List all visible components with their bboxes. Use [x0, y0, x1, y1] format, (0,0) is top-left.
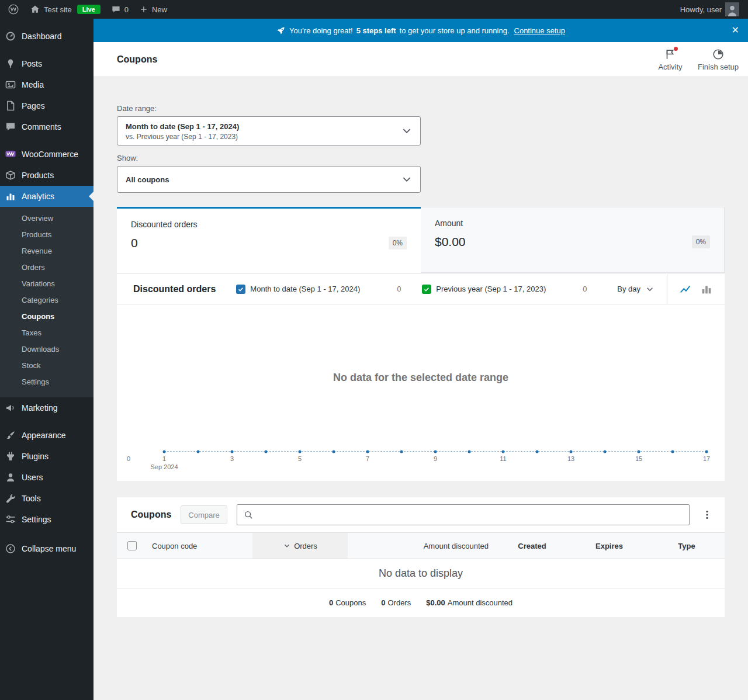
- column-header-coupon-code[interactable]: Coupon code: [147, 533, 252, 559]
- banner-message: You’re doing great!: [289, 26, 353, 35]
- brush-icon: [5, 429, 16, 441]
- sidebar-item-label: WooCommerce: [22, 149, 78, 160]
- submenu-item-stock[interactable]: Stock: [0, 358, 94, 374]
- flag-icon: [664, 48, 677, 61]
- chart-point: [434, 451, 437, 453]
- pushpin-icon: [5, 58, 16, 70]
- x-axis-tick-label: 1: [162, 455, 166, 462]
- legend-item-current-period[interactable]: Month to date (Sep 1 - 17, 2024) 0: [236, 285, 409, 294]
- compare-button[interactable]: Compare: [181, 505, 227, 524]
- sidebar-item-label: Products: [22, 170, 54, 181]
- chart-point: [333, 451, 335, 453]
- submenu-item-settings[interactable]: Settings: [0, 374, 94, 390]
- tile-delta-badge: 0%: [389, 237, 407, 249]
- sidebar-item-collapse-menu[interactable]: Collapse menu: [0, 538, 94, 559]
- chart-point: [570, 451, 573, 453]
- x-axis-tick-label: 7: [366, 455, 369, 462]
- chart-point: [705, 451, 708, 453]
- search-box[interactable]: [237, 504, 690, 525]
- submenu-item-coupons[interactable]: Coupons: [0, 309, 94, 325]
- column-header-type[interactable]: Type: [649, 533, 725, 559]
- submenu-item-revenue[interactable]: Revenue: [0, 243, 94, 259]
- sidebar-item-settings[interactable]: Settings: [0, 509, 94, 530]
- checkbox-checked-blue[interactable]: [236, 285, 245, 294]
- user-icon: [5, 472, 16, 483]
- sidebar-item-marketing[interactable]: Marketing: [0, 397, 94, 418]
- comments-shortcut[interactable]: 0: [106, 0, 134, 19]
- checkbox-checked-green[interactable]: [422, 285, 431, 294]
- legend-label: Previous year (Sep 1 - 17, 2023): [436, 285, 546, 293]
- close-icon[interactable]: ✕: [732, 26, 739, 35]
- column-header-expires[interactable]: Expires: [570, 533, 649, 559]
- column-header-amount-discounted[interactable]: Amount discounted: [348, 533, 494, 559]
- activity-button[interactable]: Activity: [646, 46, 694, 74]
- sidebar-item-dashboard[interactable]: Dashboard: [0, 26, 94, 47]
- chart-point: [163, 451, 166, 453]
- show-select[interactable]: All coupons: [117, 166, 421, 193]
- summary-orders: 0Orders: [381, 598, 411, 607]
- site-menu[interactable]: Test site Live: [25, 0, 106, 19]
- howdy-text: Howdy, user: [680, 5, 722, 14]
- date-range-select[interactable]: Month to date (Sep 1 - 17, 2024) vs. Pre…: [117, 116, 421, 145]
- avatar: [725, 2, 739, 16]
- bar-chart-icon[interactable]: [700, 283, 713, 296]
- legend-count: 0: [397, 285, 409, 293]
- sidebar-item-plugins[interactable]: Plugins: [0, 446, 94, 467]
- chart-plot-area: No data for the selected date range 1357…: [117, 304, 725, 481]
- menu-separator: [0, 47, 94, 53]
- chart-point: [638, 451, 640, 453]
- menu-separator: [0, 418, 94, 425]
- submenu-item-downloads[interactable]: Downloads: [0, 341, 94, 358]
- megaphone-icon: [5, 402, 16, 414]
- summary-tile-discounted-orders[interactable]: Discounted orders 0 0%: [117, 207, 421, 273]
- summary-tiles: Discounted orders 0 0% Amount $0.00 0%: [117, 207, 725, 273]
- sidebar-item-users[interactable]: Users: [0, 467, 94, 488]
- bar-chart-icon: [5, 190, 16, 202]
- package-icon: [5, 169, 16, 181]
- ellipsis-menu-icon[interactable]: [699, 510, 715, 520]
- plugin-icon: [5, 451, 16, 462]
- chart-point: [231, 451, 234, 453]
- chart-point: [468, 451, 471, 453]
- search-input[interactable]: [258, 511, 683, 519]
- wordpress-logo[interactable]: [2, 0, 25, 19]
- column-header-orders[interactable]: Orders: [252, 533, 348, 559]
- submenu-item-variations[interactable]: Variations: [0, 276, 94, 292]
- continue-setup-link[interactable]: Continue setup: [514, 26, 565, 35]
- sidebar-item-label: Posts: [22, 58, 42, 69]
- submenu-item-categories[interactable]: Categories: [0, 292, 94, 309]
- interval-select[interactable]: By day: [617, 285, 654, 293]
- chart-point: [604, 451, 607, 453]
- submenu-item-taxes[interactable]: Taxes: [0, 325, 94, 341]
- submenu-item-overview[interactable]: Overview: [0, 210, 94, 227]
- wordpress-icon: [8, 4, 19, 15]
- sidebar-item-media[interactable]: Media: [0, 74, 94, 95]
- sidebar-item-posts[interactable]: Posts: [0, 53, 94, 74]
- speech-bubble-icon: [5, 121, 16, 133]
- sidebar-item-analytics[interactable]: Analytics: [0, 186, 94, 207]
- legend-item-previous-period[interactable]: Previous year (Sep 1 - 17, 2023) 0: [422, 285, 595, 294]
- page-title: Coupons: [117, 54, 157, 65]
- line-chart-icon[interactable]: [679, 283, 692, 296]
- x-axis-tick-label: 17: [703, 455, 710, 462]
- new-content-menu[interactable]: New: [134, 0, 172, 19]
- finish-setup-button[interactable]: Finish setup: [694, 46, 742, 74]
- sidebar-item-comments[interactable]: Comments: [0, 116, 94, 137]
- submenu-item-orders[interactable]: Orders: [0, 259, 94, 276]
- select-all-checkbox[interactable]: [127, 541, 137, 550]
- sidebar-item-products[interactable]: Products: [0, 165, 94, 186]
- account-menu[interactable]: Howdy, user: [675, 0, 744, 19]
- live-badge: Live: [77, 5, 101, 14]
- chevron-down-icon: [646, 285, 654, 293]
- sidebar-item-tools[interactable]: Tools: [0, 488, 94, 509]
- sidebar-item-pages[interactable]: Pages: [0, 95, 94, 116]
- y-axis-zero-label: 0: [127, 455, 130, 462]
- summary-tile-amount[interactable]: Amount $0.00 0%: [421, 207, 725, 273]
- sidebar-item-appearance[interactable]: Appearance: [0, 425, 94, 446]
- submenu-item-products[interactable]: Products: [0, 227, 94, 243]
- chevron-down-icon: [401, 174, 412, 185]
- coupons-table-card: Coupons Compare Coupon code Orders: [117, 497, 725, 617]
- column-header-created[interactable]: Created: [494, 533, 570, 559]
- sidebar-item-woocommerce[interactable]: WooCommerce: [0, 144, 94, 165]
- interval-value: By day: [617, 285, 640, 293]
